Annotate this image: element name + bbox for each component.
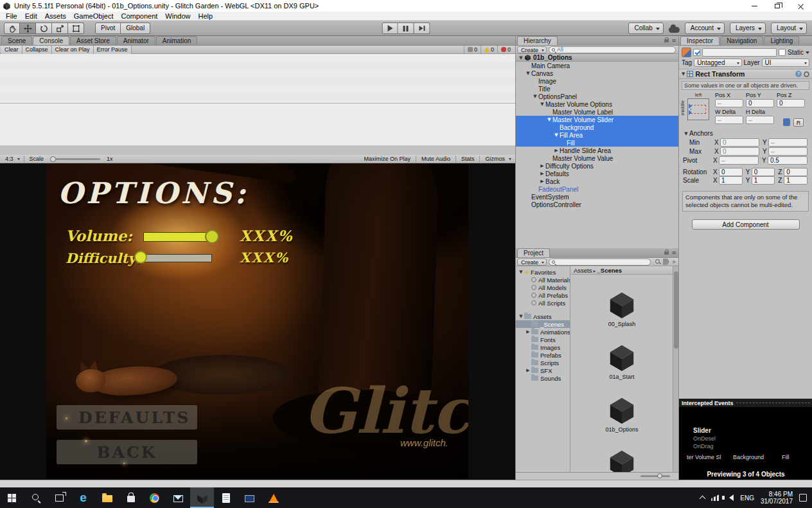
min-y-field[interactable]: – <box>768 138 808 147</box>
project-folder[interactable]: Animations <box>516 328 570 336</box>
assets-root-folder[interactable]: Assets <box>516 313 570 320</box>
max-y-field[interactable]: – <box>768 147 808 156</box>
panel-menu-icon[interactable]: ≡ <box>671 250 676 256</box>
volume-icon[interactable] <box>729 494 734 501</box>
move-tool-button[interactable] <box>20 23 36 34</box>
tab-animation[interactable]: Animation <box>156 36 197 45</box>
scale-y-field[interactable]: 1 <box>752 176 775 185</box>
hierarchy-item[interactable]: Master Volume Label <box>516 108 679 116</box>
anchor-preset-button[interactable] <box>687 98 709 120</box>
foldout-arrow-icon[interactable] <box>532 94 538 99</box>
scale-tool-button[interactable] <box>52 23 68 34</box>
console-counter[interactable]: 0 <box>481 46 497 54</box>
gear-icon[interactable] <box>804 71 809 77</box>
volume-slider[interactable] <box>143 232 213 242</box>
layer-dropdown[interactable]: UI <box>762 59 809 67</box>
hierarchy-item[interactable]: Title <box>516 85 679 93</box>
account-dropdown[interactable]: Account <box>685 23 725 34</box>
01a_Start[interactable]: 01a_Start <box>593 343 651 380</box>
favorite-item[interactable]: All Scripts <box>516 299 570 307</box>
unity-taskbar-button[interactable] <box>190 487 214 508</box>
hierarchy-item[interactable]: OptionsController <box>516 201 679 208</box>
difficulty-slider[interactable] <box>139 254 212 262</box>
help-icon[interactable]: ? <box>795 71 802 77</box>
edge-button[interactable] <box>71 487 95 508</box>
hierarchy-item[interactable]: Difficulty Options <box>516 162 679 170</box>
cloud-icon[interactable] <box>669 27 680 33</box>
rect-tool-button[interactable] <box>68 23 84 34</box>
hierarchy-item[interactable]: Image <box>516 77 679 85</box>
raw-edit-mode-button[interactable]: R <box>793 118 804 127</box>
scale-z-field[interactable]: 1 <box>784 176 808 185</box>
tab-navigation[interactable]: Navigation <box>720 36 763 45</box>
max-x-field[interactable]: 0 <box>720 147 759 156</box>
project-folder[interactable]: Prefabs <box>516 351 570 359</box>
pivot-y-field[interactable]: 0.5 <box>768 156 808 165</box>
project-search-input[interactable] <box>549 259 651 266</box>
project-folder[interactable]: Sounds <box>516 374 570 382</box>
hierarchy-item[interactable]: Background <box>516 123 679 131</box>
menu-item[interactable]: File <box>2 12 21 21</box>
project-folder[interactable]: Scripts <box>516 359 570 367</box>
hierarchy-item[interactable]: Main Camera <box>516 62 679 69</box>
project-folder[interactable]: SFX <box>516 367 570 374</box>
hierarchy-item[interactable]: FadeoutPanel <box>516 185 679 193</box>
rect-transform-header[interactable]: ▼ Rect Transform ? <box>679 69 812 79</box>
console-counter[interactable]: 0 <box>497 46 514 54</box>
project-file[interactable] <box>593 448 651 472</box>
mail-button[interactable] <box>166 487 190 508</box>
stats-button[interactable]: Stats <box>457 155 479 163</box>
hierarchy-item[interactable]: Back <box>516 177 679 185</box>
pos-x-field[interactable]: – <box>715 99 743 107</box>
restore-button[interactable] <box>766 0 789 12</box>
menu-item[interactable]: Help <box>194 12 216 21</box>
action-center-icon[interactable] <box>799 494 807 502</box>
remote-desktop-button[interactable] <box>238 487 261 508</box>
menu-item[interactable]: GameObject <box>70 12 118 21</box>
icon-size-slider[interactable] <box>640 475 670 477</box>
vlc-button[interactable] <box>261 487 285 508</box>
menu-item[interactable]: Window <box>161 12 194 21</box>
tab-asset-store[interactable]: Asset Store <box>70 36 116 45</box>
console-counter[interactable]: 0 <box>464 46 481 54</box>
step-button[interactable] <box>414 23 430 34</box>
layout-dropdown[interactable]: Layout <box>771 23 807 34</box>
search-by-type-icon[interactable] <box>655 259 661 265</box>
game-scale-slider[interactable] <box>50 158 100 160</box>
rotation-z-field[interactable]: 0 <box>784 168 808 176</box>
minimize-button[interactable] <box>743 0 766 12</box>
rotation-x-field[interactable]: 0 <box>719 168 743 176</box>
lock-icon[interactable] <box>664 251 669 255</box>
tab-project[interactable]: Project <box>517 248 550 257</box>
height-field[interactable]: – <box>746 116 774 124</box>
taskbar-search-button[interactable] <box>24 487 48 508</box>
aspect-ratio-dropdown[interactable]: 4:3 <box>1 155 22 163</box>
min-x-field[interactable]: 0 <box>720 138 759 147</box>
project-scrollbar-thumb[interactable] <box>674 271 678 349</box>
hierarchy-item[interactable]: 01b_Options <box>516 54 679 62</box>
width-field[interactable]: – <box>715 116 743 124</box>
static-checkbox[interactable] <box>779 49 786 56</box>
favorite-item[interactable]: All Models <box>516 284 570 291</box>
foldout-arrow-icon[interactable] <box>546 117 552 122</box>
pos-z-field[interactable]: 0 <box>777 99 805 107</box>
foldout-arrow-icon[interactable] <box>539 179 545 184</box>
play-button[interactable] <box>382 23 398 34</box>
pivot-x-field[interactable]: – <box>719 156 759 165</box>
maximize-on-play-button[interactable]: Maximize On Play <box>360 155 414 163</box>
panel-menu-icon[interactable]: ≡ <box>671 38 676 44</box>
lock-icon[interactable] <box>664 39 669 42</box>
gizmos-dropdown[interactable]: Gizmos <box>481 155 514 163</box>
foldout-arrow-icon[interactable] <box>539 102 545 107</box>
task-view-button[interactable] <box>48 487 71 508</box>
foldout-arrow-icon[interactable] <box>539 171 545 176</box>
project-create-dropdown[interactable]: Create <box>517 259 547 266</box>
volume-slider-handle[interactable] <box>205 230 219 244</box>
hand-tool-button[interactable] <box>4 23 20 34</box>
hierarchy-item[interactable]: Master Volume Options <box>516 100 679 108</box>
writer-app-button[interactable] <box>214 487 238 508</box>
pos-y-field[interactable]: 0 <box>746 99 774 107</box>
00_Splash[interactable]: 00_Splash <box>593 290 651 327</box>
collab-dropdown[interactable]: Collab <box>628 23 663 34</box>
tab-lighting[interactable]: Lighting <box>764 36 799 45</box>
